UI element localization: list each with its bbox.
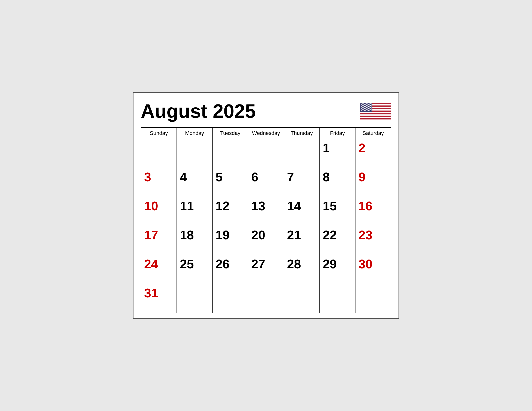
week-row-2: 3456789 bbox=[141, 168, 391, 197]
svg-point-21 bbox=[367, 104, 367, 105]
svg-point-27 bbox=[363, 105, 364, 106]
day-number: 4 bbox=[180, 170, 187, 184]
calendar-cell bbox=[177, 284, 213, 313]
calendar-cell: 18 bbox=[177, 226, 213, 255]
svg-point-20 bbox=[365, 104, 366, 105]
calendar-cell: 25 bbox=[177, 255, 213, 284]
day-number: 19 bbox=[216, 228, 229, 242]
svg-point-64 bbox=[367, 109, 368, 110]
svg-point-30 bbox=[367, 105, 368, 106]
calendar-cell: 26 bbox=[212, 255, 248, 284]
svg-point-15 bbox=[370, 103, 371, 104]
svg-point-72 bbox=[367, 110, 367, 111]
svg-point-73 bbox=[368, 110, 369, 111]
day-number: 10 bbox=[144, 199, 158, 213]
calendar-cell bbox=[141, 139, 177, 168]
svg-point-23 bbox=[370, 104, 370, 105]
svg-rect-4 bbox=[360, 112, 391, 113]
svg-point-56 bbox=[368, 108, 369, 109]
svg-point-10 bbox=[363, 103, 364, 104]
calendar-cell: 17 bbox=[141, 226, 177, 255]
header-sunday: Sunday bbox=[141, 127, 177, 139]
svg-point-44 bbox=[363, 107, 364, 108]
calendar-cell: 20 bbox=[248, 226, 284, 255]
svg-point-19 bbox=[364, 104, 365, 105]
day-number: 16 bbox=[358, 199, 372, 213]
svg-point-35 bbox=[362, 106, 363, 107]
svg-point-17 bbox=[361, 104, 362, 105]
svg-point-60 bbox=[362, 109, 363, 110]
day-number: 31 bbox=[144, 286, 158, 300]
calendar-title: August 2025 bbox=[141, 100, 256, 122]
day-number: 25 bbox=[180, 257, 194, 271]
calendar-cell: 27 bbox=[248, 255, 284, 284]
svg-point-75 bbox=[371, 110, 371, 111]
svg-point-63 bbox=[366, 109, 367, 110]
calendar-cell: 22 bbox=[320, 226, 355, 255]
svg-point-39 bbox=[368, 106, 369, 107]
header-monday: Monday bbox=[177, 127, 213, 139]
svg-point-65 bbox=[369, 109, 370, 110]
calendar-cell bbox=[355, 284, 391, 313]
calendar-cell: 10 bbox=[141, 197, 177, 226]
calendar-cell: 11 bbox=[177, 197, 213, 226]
svg-point-14 bbox=[369, 103, 370, 104]
svg-point-16 bbox=[371, 103, 372, 104]
calendar-cell: 15 bbox=[320, 197, 355, 226]
svg-point-61 bbox=[363, 109, 364, 110]
day-number: 24 bbox=[144, 257, 158, 271]
svg-point-74 bbox=[370, 110, 370, 111]
day-number: 13 bbox=[251, 199, 265, 213]
calendar-cell: 9 bbox=[355, 168, 391, 197]
calendar-cell bbox=[248, 284, 284, 313]
calendar-cell bbox=[212, 284, 248, 313]
svg-point-34 bbox=[361, 106, 362, 107]
svg-rect-6 bbox=[360, 117, 391, 118]
svg-point-45 bbox=[365, 107, 365, 108]
calendar-cell bbox=[248, 139, 284, 168]
calendar-cell: 28 bbox=[284, 255, 320, 284]
calendar-cell bbox=[320, 284, 355, 313]
day-number: 28 bbox=[287, 257, 301, 271]
header-tuesday: Tuesday bbox=[212, 127, 248, 139]
svg-point-8 bbox=[361, 103, 361, 104]
calendar-cell: 30 bbox=[355, 255, 391, 284]
svg-point-57 bbox=[370, 108, 370, 109]
day-number: 20 bbox=[251, 228, 265, 242]
svg-point-32 bbox=[370, 105, 371, 106]
week-row-1: 12 bbox=[141, 139, 391, 168]
svg-point-66 bbox=[370, 109, 371, 110]
day-number: 6 bbox=[251, 170, 258, 184]
svg-point-46 bbox=[366, 107, 367, 108]
svg-point-62 bbox=[365, 109, 365, 110]
day-headers-row: Sunday Monday Tuesday Wednesday Thursday… bbox=[141, 127, 391, 139]
day-number: 7 bbox=[287, 170, 294, 184]
svg-point-36 bbox=[364, 106, 365, 107]
calendar-cell: 7 bbox=[284, 168, 320, 197]
svg-point-50 bbox=[371, 107, 372, 108]
day-number: 11 bbox=[180, 199, 194, 213]
svg-point-71 bbox=[365, 110, 366, 111]
calendar-cell: 24 bbox=[141, 255, 177, 284]
day-number: 3 bbox=[144, 170, 151, 184]
svg-point-22 bbox=[368, 104, 369, 105]
calendar-cell: 19 bbox=[212, 226, 248, 255]
header-wednesday: Wednesday bbox=[248, 127, 284, 139]
svg-point-43 bbox=[362, 107, 363, 108]
header-thursday: Thursday bbox=[284, 127, 320, 139]
calendar-cell bbox=[284, 284, 320, 313]
svg-point-13 bbox=[367, 103, 368, 104]
calendar-cell: 2 bbox=[355, 139, 391, 168]
calendar-cell: 1 bbox=[320, 139, 355, 168]
week-row-4: 17181920212223 bbox=[141, 226, 391, 255]
calendar-cell: 5 bbox=[212, 168, 248, 197]
svg-point-67 bbox=[371, 109, 372, 110]
svg-point-47 bbox=[367, 107, 368, 108]
svg-point-59 bbox=[361, 109, 361, 110]
calendar-container: August 2025 bbox=[133, 92, 399, 319]
day-number: 26 bbox=[216, 257, 229, 271]
svg-point-18 bbox=[362, 104, 363, 105]
svg-point-68 bbox=[361, 110, 362, 111]
day-number: 15 bbox=[323, 199, 337, 213]
us-flag-icon bbox=[360, 100, 391, 122]
